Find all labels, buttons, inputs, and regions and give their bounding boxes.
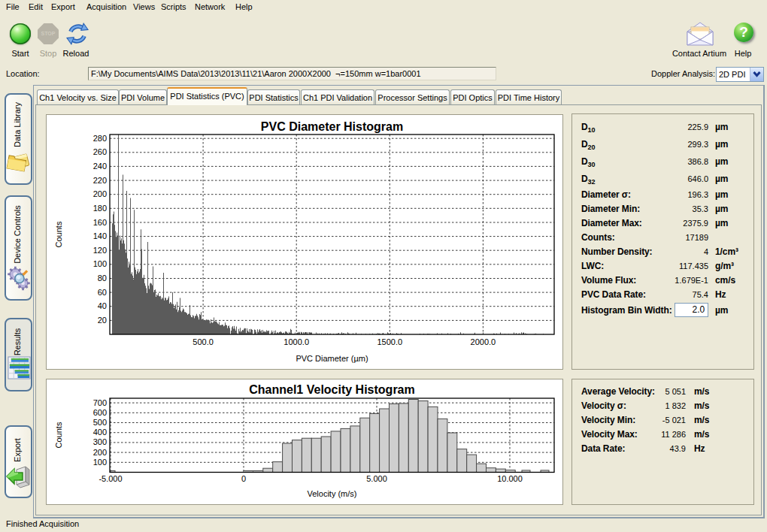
svg-text:-5.000: -5.000 bbox=[99, 474, 122, 483]
svg-text:100: 100 bbox=[93, 259, 107, 268]
svg-text:260: 260 bbox=[93, 147, 107, 156]
svg-text:0: 0 bbox=[241, 474, 246, 483]
svg-text:400: 400 bbox=[93, 428, 107, 437]
svg-text:220: 220 bbox=[93, 176, 107, 185]
svg-text:1000.0: 1000.0 bbox=[283, 337, 309, 346]
svg-text:180: 180 bbox=[93, 204, 107, 213]
svg-text:60: 60 bbox=[98, 288, 107, 297]
svg-text:500.0: 500.0 bbox=[193, 337, 214, 346]
svg-text:160: 160 bbox=[93, 218, 107, 227]
svg-text:240: 240 bbox=[93, 162, 107, 171]
svg-text:500: 500 bbox=[93, 418, 107, 427]
svg-text:140: 140 bbox=[93, 231, 107, 240]
svg-text:2000.0: 2000.0 bbox=[471, 337, 496, 346]
svg-text:600: 600 bbox=[93, 408, 107, 417]
svg-text:280: 280 bbox=[93, 134, 107, 143]
svg-text:120: 120 bbox=[93, 246, 107, 255]
svg-text:1500.0: 1500.0 bbox=[377, 337, 402, 346]
svg-text:200: 200 bbox=[93, 189, 107, 198]
svg-text:200: 200 bbox=[93, 448, 107, 457]
svg-text:100: 100 bbox=[93, 458, 107, 467]
svg-text:700: 700 bbox=[93, 398, 107, 407]
svg-text:80: 80 bbox=[98, 274, 107, 283]
svg-text:10.000: 10.000 bbox=[497, 474, 523, 483]
svg-text:40: 40 bbox=[98, 301, 107, 310]
svg-text:20: 20 bbox=[98, 316, 107, 325]
svg-text:300: 300 bbox=[93, 437, 107, 446]
svg-text:5.000: 5.000 bbox=[366, 474, 387, 483]
